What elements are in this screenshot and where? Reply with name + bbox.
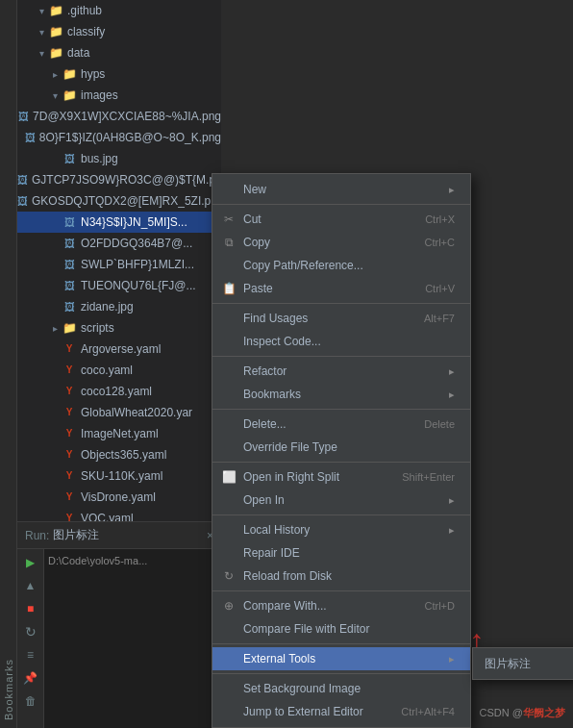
tree-item-label: hyps xyxy=(81,67,105,81)
run-stop-btn[interactable]: ■ xyxy=(21,599,40,618)
tree-item[interactable]: 🖼8O}F1$}IZ(0AH8GB@O~8O_K.png xyxy=(17,127,221,148)
tree-item[interactable]: ▸📁scripts xyxy=(17,317,221,339)
tree-item[interactable]: ▾📁data xyxy=(17,42,221,63)
tree-item-label: ImageNet.yaml xyxy=(81,427,159,440)
menu-item-compare-with[interactable]: ⊕Compare With...Ctrl+D xyxy=(212,594,470,617)
menu-item-open-in[interactable]: Open In▸ xyxy=(212,489,470,512)
image-file-icon: 🖼 xyxy=(62,214,77,230)
tree-item[interactable]: YArgoverse.yaml xyxy=(17,339,221,360)
image-file-icon: 🖼 xyxy=(17,172,28,188)
menu-item-repair-ide[interactable]: Repair IDE xyxy=(212,541,470,565)
tree-item[interactable]: 🖼GJTCP7JSO9W}RO3C@@)$T{M.png xyxy=(17,169,221,190)
tree-item[interactable]: Ycoco128.yaml xyxy=(17,381,221,402)
tree-item-label: classify xyxy=(67,25,105,38)
tree-item-label: TUEONQU76L{FJ@... xyxy=(81,279,196,292)
tree-item-label: 8O}F1$}IZ(0AH8GB@O~8O_K.png xyxy=(39,131,221,144)
menu-item-submenu-arrow: ▸ xyxy=(449,653,455,665)
submenu-item-label[interactable]: 图片标注 xyxy=(473,652,573,675)
menu-item-override[interactable]: Override File Type xyxy=(212,436,470,459)
tree-item[interactable]: Ycoco.yaml xyxy=(17,360,221,381)
tree-item-label: GJTCP7JSO9W}RO3C@@)$T{M.png xyxy=(32,173,221,187)
menu-item-copy[interactable]: ⧉CopyCtrl+C xyxy=(212,231,470,254)
menu-item-local-history[interactable]: Local History▸ xyxy=(212,518,470,541)
menu-item-cut[interactable]: ✂CutCtrl+X xyxy=(212,208,470,231)
run-trash-btn[interactable]: 🗑 xyxy=(21,691,40,711)
tree-arrow: ▾ xyxy=(35,27,48,38)
folder-icon: 📁 xyxy=(48,3,63,18)
menu-item-shortcut: Shift+Enter xyxy=(402,471,455,483)
image-file-icon: 🖼 xyxy=(62,278,77,293)
image-file-icon: 🖼 xyxy=(17,193,28,209)
tree-item-label: GKOSDQJTQDX2@[EM]RX_5ZI.png xyxy=(32,194,221,208)
bookmarks-sidebar[interactable]: Bookmarks xyxy=(0,0,17,728)
tree-item[interactable]: YObjects365.yaml xyxy=(17,444,221,465)
run-tab[interactable]: Run: 图片标注 × xyxy=(17,522,221,549)
menu-item-copy-path[interactable]: Copy Path/Reference... xyxy=(212,254,470,277)
run-controls: ▶ ▲ ■ ↻ ≡ 📌 🗑 xyxy=(17,549,44,728)
yaml-file-icon: Y xyxy=(62,341,77,357)
menu-item-inspect[interactable]: Inspect Code... xyxy=(212,330,470,353)
menu-item-new[interactable]: New▸ xyxy=(212,178,470,201)
menu-item-label: Inspect Code... xyxy=(243,335,455,348)
menu-separator xyxy=(212,643,470,644)
tree-item-label: images xyxy=(81,88,118,102)
menu-item-label: Jump to External Editor xyxy=(243,705,382,718)
folder-icon: 📁 xyxy=(62,88,77,103)
tree-item[interactable]: YSKU-110K.yaml xyxy=(17,465,221,487)
menu-item-label: Compare With... xyxy=(243,599,406,613)
tree-item[interactable]: ▾📁classify xyxy=(17,21,221,42)
menu-item-label: Copy Path/Reference... xyxy=(243,259,455,272)
watermark: CSDN @华阙之梦 xyxy=(480,706,565,720)
menu-separator xyxy=(212,673,470,674)
menu-item-reload[interactable]: ↻Reload from Disk xyxy=(212,565,470,588)
menu-item-label: Cut xyxy=(243,213,406,226)
run-reload-btn[interactable]: ↻ xyxy=(21,622,40,641)
run-up-btn[interactable]: ▲ xyxy=(21,576,40,595)
yaml-file-icon: Y xyxy=(62,405,77,420)
menu-item-jump-editor[interactable]: Jump to External EditorCtrl+Alt+F4 xyxy=(212,700,470,723)
menu-item-find-usages[interactable]: Find UsagesAlt+F7 xyxy=(212,307,470,330)
tree-item[interactable]: 🖼SWLP`BHFP}1MLZI... xyxy=(17,254,221,275)
menu-item-label: Set Background Image xyxy=(243,682,455,695)
menu-item-paste[interactable]: 📋PasteCtrl+V xyxy=(212,277,470,300)
menu-item-refactor[interactable]: Refactor▸ xyxy=(212,360,470,383)
menu-item-open-right[interactable]: ⬜Open in Right SplitShift+Enter xyxy=(212,465,470,489)
tree-item[interactable]: YGlobalWheat2020.yar xyxy=(17,402,221,423)
folder-icon: 📁 xyxy=(48,45,63,61)
menu-item-shortcut: Ctrl+Alt+F4 xyxy=(401,706,455,717)
menu-item-delete[interactable]: Delete...Delete xyxy=(212,413,470,436)
menu-item-compare-editor[interactable]: Compare File with Editor xyxy=(212,617,470,640)
tree-item[interactable]: YVisDrone.yaml xyxy=(17,487,221,508)
watermark-prefix: CSDN @ xyxy=(480,707,523,718)
tree-item[interactable]: ▾📁.github xyxy=(17,0,221,21)
tree-item[interactable]: YImageNet.yaml xyxy=(17,423,221,444)
yaml-file-icon: Y xyxy=(62,363,77,378)
menu-item-label: Override File Type xyxy=(243,440,455,454)
menu-item-label: Delete... xyxy=(243,417,405,431)
menu-separator xyxy=(212,204,470,205)
tree-item[interactable]: 🖼bus.jpg xyxy=(17,148,221,169)
tree-item[interactable]: 🖼O2FDDGQ364B7@... xyxy=(17,233,221,254)
menu-item-external-tools[interactable]: External Tools▸图片标注 xyxy=(212,647,470,670)
tree-item-label: Objects365.yaml xyxy=(81,448,166,462)
run-play-btn[interactable]: ▶ xyxy=(21,553,40,572)
tree-item[interactable]: 🖼TUEONQU76L{FJ@... xyxy=(17,275,221,296)
tree-item[interactable]: 🖼7D@X9X1W]XCXCIAE88~%JIA.png xyxy=(17,106,221,127)
tree-item[interactable]: ▾📁images xyxy=(17,85,221,106)
external-tools-submenu: 图片标注 xyxy=(472,647,573,680)
run-pin-btn[interactable]: 📌 xyxy=(21,668,40,688)
menu-item-submenu-arrow: ▸ xyxy=(449,365,455,378)
menu-item-submenu-arrow: ▸ xyxy=(449,389,455,401)
menu-item-set-bg[interactable]: Set Background Image xyxy=(212,677,470,700)
menu-item-icon: ⊕ xyxy=(220,599,237,613)
tree-item-label: VisDrone.yaml xyxy=(81,490,156,504)
run-settings-btn[interactable]: ≡ xyxy=(21,645,40,665)
menu-item-bookmarks[interactable]: Bookmarks▸ xyxy=(212,383,470,406)
image-file-icon: 🖼 xyxy=(18,109,29,124)
tree-item[interactable]: ▸📁hyps xyxy=(17,63,221,85)
tree-item[interactable]: 🖼N34}S$I}JN_5MI]S... xyxy=(17,212,221,233)
tree-item[interactable]: 🖼zidane.jpg xyxy=(17,296,221,317)
tree-item[interactable]: 🖼GKOSDQJTQDX2@[EM]RX_5ZI.png xyxy=(17,190,221,212)
tree-arrow: ▾ xyxy=(48,90,62,101)
menu-item-icon: ⬜ xyxy=(220,470,237,484)
